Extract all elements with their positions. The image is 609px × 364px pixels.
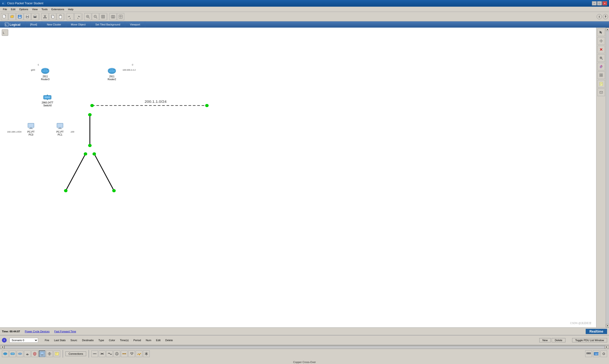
nav-move-object[interactable]: Move Object: [66, 21, 91, 28]
info-button[interactable]: i: [597, 14, 602, 19]
toolbar: i ?: [0, 12, 609, 21]
scenario-buttons: New Delete: [539, 338, 566, 342]
svg-rect-132: [587, 352, 589, 354]
rollover-button[interactable]: [106, 351, 113, 357]
security-category-button[interactable]: [31, 351, 38, 357]
zoom-out-button[interactable]: [92, 13, 99, 20]
delete-tool-button[interactable]: ✕: [597, 46, 605, 53]
router3-node[interactable]: g0/0 -1 2911 Router3: [40, 67, 50, 81]
menu-options[interactable]: Options: [17, 7, 30, 11]
print2-button[interactable]: [31, 13, 39, 20]
open-button[interactable]: [9, 13, 16, 20]
vertical-scrollbar[interactable]: ▲ ▼: [606, 28, 609, 327]
canvas-area[interactable]: 200.1.1.0/24 g0/0 -1: [0, 28, 596, 327]
mail-tool-button[interactable]: [597, 89, 605, 96]
delete-scenario-button[interactable]: Delete: [552, 338, 566, 342]
scroll-track-h[interactable]: [4, 346, 605, 349]
pc0-node[interactable]: 192.168.1.0/24 PC-PT PC0: [26, 122, 36, 136]
custom-button[interactable]: [117, 13, 124, 20]
scroll-left-button[interactable]: ◄: [0, 345, 4, 349]
close-button[interactable]: ✕: [602, 1, 607, 5]
menu-view[interactable]: View: [30, 7, 40, 11]
svg-rect-73: [30, 128, 32, 129]
menu-file[interactable]: File: [1, 7, 9, 11]
move-tool-button[interactable]: [597, 37, 605, 45]
scroll-track[interactable]: [606, 31, 609, 324]
new-scenario-button[interactable]: New: [539, 338, 551, 342]
menu-extensions[interactable]: Extensions: [50, 7, 66, 11]
zoom-fit-button[interactable]: [99, 13, 107, 20]
connections-tab[interactable]: Connections: [66, 351, 86, 356]
svg-rect-105: [11, 353, 14, 355]
nav-root[interactable]: [Root]: [26, 21, 42, 28]
scroll-up-button[interactable]: ▲: [606, 28, 609, 31]
svg-point-47: [84, 152, 87, 155]
svg-rect-97: [601, 75, 603, 77]
grid-tool-button[interactable]: [597, 71, 605, 79]
wan-category-button[interactable]: [46, 351, 53, 357]
pdu-columns: Fire Last Stats Sourc Destinatio Type Co…: [45, 339, 173, 342]
save-button[interactable]: [16, 13, 23, 20]
cut-button[interactable]: [41, 13, 49, 20]
fast-forward-button[interactable]: Fast Forward Time: [54, 330, 76, 333]
toggle-pdu-button[interactable]: Toggle PDU List Window: [572, 338, 607, 342]
switch0-node[interactable]: 2960-24TT Switch0: [42, 93, 53, 107]
note-tool-button[interactable]: [597, 80, 605, 88]
router2-node[interactable]: -2 100:200.2.2.2 2911 Router2: [107, 67, 117, 81]
end-devices-category-button[interactable]: [39, 351, 45, 357]
zoom-in-button[interactable]: [84, 13, 91, 20]
svg-marker-20: [78, 16, 79, 17]
network-icon1[interactable]: [585, 351, 592, 357]
wireless-category-button[interactable]: [24, 351, 31, 357]
horizontal-scrollbar[interactable]: ◄ ►: [0, 345, 609, 349]
pc1-node[interactable]: .100 PC-PT PC1: [55, 122, 65, 136]
svg-rect-10: [34, 15, 36, 16]
switches-category-button[interactable]: [9, 351, 16, 357]
svg-point-121: [96, 353, 97, 354]
svg-point-127: [122, 353, 123, 354]
router3-interface: g0/0: [31, 69, 35, 71]
help-button[interactable]: ?: [603, 14, 608, 19]
redo-button[interactable]: [74, 13, 81, 20]
undo-button[interactable]: [67, 13, 74, 20]
select-tool-button[interactable]: [597, 28, 605, 36]
crossover-button[interactable]: [99, 351, 106, 357]
print-button[interactable]: [24, 13, 31, 20]
maximize-button[interactable]: □: [597, 1, 602, 5]
octal-button[interactable]: [143, 351, 150, 357]
scroll-right-button[interactable]: ►: [605, 345, 609, 349]
screenshot-button[interactable]: [109, 13, 117, 20]
bottom-right-icons: NET: [585, 351, 607, 357]
paste-button[interactable]: [57, 13, 64, 20]
settings-icon[interactable]: [600, 351, 607, 357]
svg-rect-4: [19, 15, 21, 16]
scroll-down-button[interactable]: ▼: [606, 324, 609, 327]
realtime-indicator[interactable]: Realtime: [586, 329, 607, 334]
copy-button[interactable]: [49, 13, 56, 20]
network-icon2[interactable]: NET: [593, 351, 599, 357]
time-display: Time: 00:44:07: [2, 330, 20, 333]
hubs-category-button[interactable]: [17, 351, 23, 357]
menu-edit[interactable]: Edit: [9, 7, 17, 11]
phone-button[interactable]: [128, 351, 135, 357]
palette-tool-button[interactable]: [597, 63, 605, 70]
routers-category-button[interactable]: [2, 351, 9, 357]
straight-through-button[interactable]: [91, 351, 98, 357]
svg-point-110: [18, 353, 22, 355]
menu-help[interactable]: Help: [66, 7, 75, 11]
fiber-button[interactable]: [136, 351, 142, 357]
power-cycle-button[interactable]: Power Cycle Devices: [25, 330, 50, 333]
nav-viewport[interactable]: Viewport: [125, 21, 145, 28]
minimize-button[interactable]: −: [592, 1, 597, 5]
nav-new-cluster[interactable]: New Cluster: [42, 21, 66, 28]
auto-connect-button[interactable]: A: [114, 351, 120, 357]
nav-logical[interactable]: L Logical: [0, 21, 26, 28]
custom-category-button[interactable]: ?: [53, 351, 60, 357]
new-button[interactable]: [1, 13, 8, 20]
coax-button[interactable]: [121, 351, 128, 357]
menu-tools[interactable]: Tools: [40, 7, 50, 11]
svg-text:200.1.1.0/24: 200.1.1.0/24: [145, 99, 167, 103]
zoom-tool-button[interactable]: [597, 54, 605, 62]
scenario-select[interactable]: Scenario 0: [10, 338, 38, 343]
nav-tiled-bg[interactable]: Set Tiled Background: [91, 21, 125, 28]
